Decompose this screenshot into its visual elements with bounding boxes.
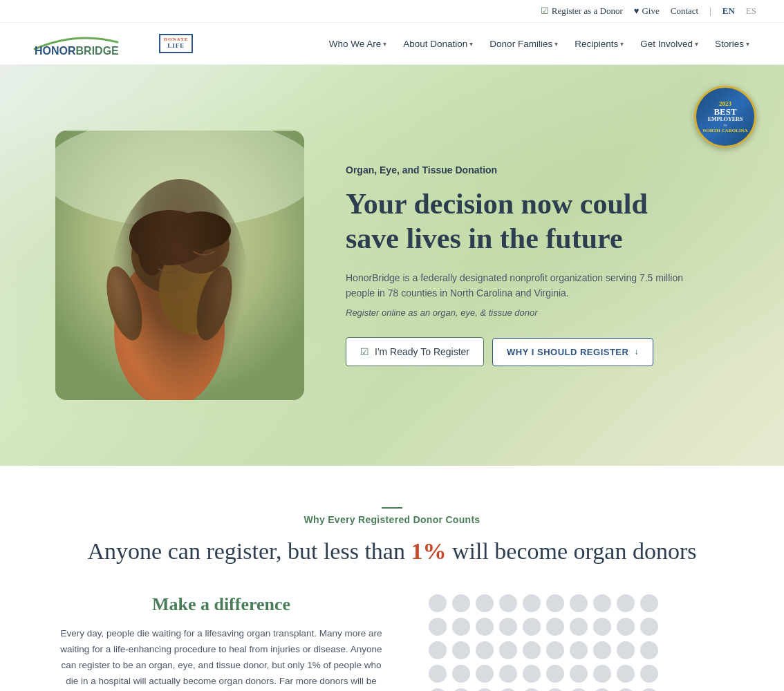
svg-point-6 — [171, 216, 230, 274]
donor-dot — [452, 594, 470, 612]
btn-why-label: WHY I SHOULD REGISTER — [507, 347, 628, 357]
lang-es-label: ES — [746, 6, 756, 17]
hero-image — [55, 131, 304, 400]
svg-point-4 — [131, 217, 207, 293]
give-link[interactable]: ♥ Give — [634, 6, 660, 17]
hero-photo-svg — [55, 131, 304, 400]
donor-dot — [640, 688, 658, 691]
nav-donor-families-label: Donor Families — [489, 39, 552, 49]
donor-dot — [523, 665, 541, 683]
hero-content: Organ, Eye, and Tissue Donation Your dec… — [346, 164, 691, 367]
svg-point-5 — [159, 245, 228, 334]
nav-stories[interactable]: Stories ▾ — [708, 33, 756, 55]
btn-register-label: I'm Ready To Register — [375, 346, 469, 357]
header: HONORBRIDGE DONATE LIFE Who We Are ▾ Abo… — [0, 23, 784, 65]
contact-link[interactable]: Contact — [671, 6, 698, 17]
donor-dot — [640, 594, 658, 612]
donor-dot — [476, 665, 494, 683]
lang-es-button[interactable]: ES — [746, 6, 756, 17]
stats-title: Anyone can register, but less than 1% wi… — [28, 536, 756, 567]
stats-highlight: 1% — [411, 538, 446, 564]
donor-dot — [452, 688, 470, 691]
donor-dot — [570, 665, 588, 683]
stats-subtitle: Why Every Registered Donor Counts — [28, 507, 756, 525]
top-bar: ☑ Register as a Donor ♥ Give Contact | E… — [0, 0, 784, 23]
donor-dot — [523, 594, 541, 612]
donor-dot — [593, 594, 611, 612]
chevron-down-icon: ▾ — [746, 40, 749, 48]
hero-image-container — [55, 131, 304, 400]
donor-dot — [499, 618, 517, 636]
stats-title-part1: Anyone can register, but less than — [88, 538, 405, 564]
donor-dot — [429, 688, 447, 691]
logo-container: HONORBRIDGE DONATE LIFE — [28, 30, 193, 57]
donor-dot — [570, 688, 588, 691]
donor-dot — [476, 594, 494, 612]
donor-dot — [617, 688, 635, 691]
donor-dot — [570, 594, 588, 612]
donor-dot — [476, 618, 494, 636]
hero-subtitle: Organ, Eye, and Tissue Donation — [346, 164, 691, 176]
make-difference-text: Make a difference Every day, people die … — [55, 594, 387, 691]
hero-register-text: Register online as an organ, eye, & tiss… — [346, 307, 691, 318]
nav-donor-families[interactable]: Donor Families ▾ — [483, 33, 565, 55]
language-separator: | — [709, 6, 711, 17]
donor-dot — [429, 641, 447, 659]
donor-dot — [429, 665, 447, 683]
chevron-down-icon: ▾ — [383, 40, 386, 48]
hero-title: Your decision now could save lives in th… — [346, 187, 691, 256]
svg-point-2 — [55, 131, 304, 227]
donor-dot — [617, 641, 635, 659]
checkmark-icon: ☑ — [360, 346, 369, 357]
chevron-down-icon: ▾ — [695, 40, 698, 48]
make-difference-section: Make a difference Every day, people die … — [28, 594, 756, 691]
why-should-register-button[interactable]: WHY I SHOULD REGISTER ↓ — [492, 338, 653, 366]
nav-who-we-are-label: Who We Are — [329, 39, 382, 49]
down-arrow-icon: ↓ — [634, 347, 639, 357]
ready-to-register-button[interactable]: ☑ I'm Ready To Register — [346, 337, 484, 366]
nav-about-donation-label: About Donation — [403, 39, 467, 49]
nav-get-involved-label: Get Involved — [640, 39, 693, 49]
nav-about-donation[interactable]: About Donation ▾ — [396, 33, 480, 55]
donor-dot — [499, 665, 517, 683]
donor-dot — [570, 641, 588, 659]
lang-en-label: EN — [722, 6, 735, 17]
make-difference-body: Every day, people die waiting for a life… — [55, 626, 387, 691]
heart-icon: ♥ — [634, 6, 640, 17]
badge-best-label: BEST — [713, 107, 736, 116]
donor-dot — [617, 665, 635, 683]
lang-en-button[interactable]: EN — [722, 6, 735, 17]
donor-dot — [593, 641, 611, 659]
donate-life-badge: DONATE LIFE — [159, 34, 193, 53]
chevron-down-icon: ▾ — [620, 40, 624, 48]
donor-dot — [546, 618, 564, 636]
svg-point-3 — [114, 255, 225, 400]
hero-description: HonorBridge is a federally designated no… — [346, 270, 691, 301]
svg-point-8 — [138, 227, 166, 276]
donor-dot — [640, 618, 658, 636]
give-label: Give — [642, 6, 659, 17]
nav-who-we-are[interactable]: Who We Are ▾ — [322, 33, 394, 55]
donor-dot — [546, 594, 564, 612]
make-difference-title: Make a difference — [55, 594, 387, 615]
donor-dot — [499, 594, 517, 612]
donor-dot — [570, 618, 588, 636]
donor-dot — [499, 641, 517, 659]
main-nav: Who We Are ▾ About Donation ▾ Donor Fami… — [322, 33, 756, 55]
checkmark-icon: ☑ — [541, 6, 549, 17]
chevron-down-icon: ▾ — [554, 40, 558, 48]
nav-get-involved[interactable]: Get Involved ▾ — [633, 33, 705, 55]
hero-section: 2023 BEST EMPLOYERS in NORTH CAROLINA — [0, 65, 784, 466]
best-employer-badge: 2023 BEST EMPLOYERS in NORTH CAROLINA — [694, 86, 756, 148]
donor-dot — [546, 665, 564, 683]
register-donor-link[interactable]: ☑ Register as a Donor — [541, 6, 623, 17]
donor-dot — [640, 641, 658, 659]
nav-recipients-label: Recipients — [575, 39, 618, 49]
svg-text:HONORBRIDGE: HONORBRIDGE — [35, 45, 119, 57]
honorbridge-logo[interactable]: HONORBRIDGE — [28, 30, 152, 57]
chevron-down-icon: ▾ — [469, 40, 473, 48]
donor-dot — [546, 688, 564, 691]
donor-dot — [617, 618, 635, 636]
badge-in-label: in — [723, 122, 727, 128]
nav-recipients[interactable]: Recipients ▾ — [568, 33, 631, 55]
